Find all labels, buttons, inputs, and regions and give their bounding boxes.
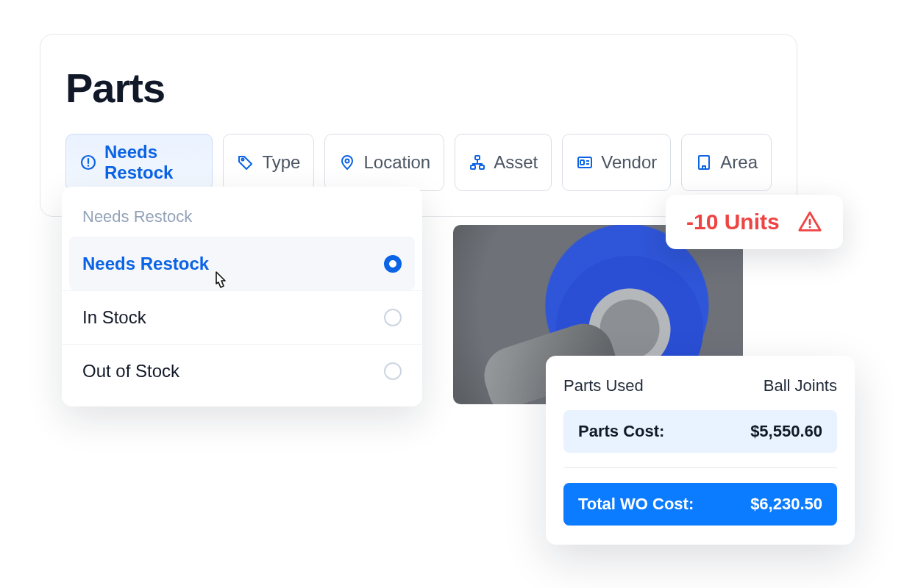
parts-cost-label: Parts Cost: — [578, 422, 664, 441]
total-wo-cost-row: Total WO Cost: $6,230.50 — [563, 483, 837, 526]
dropdown-option-label: Out of Stock — [82, 361, 179, 381]
alert-circle-icon — [79, 154, 97, 171]
dropdown-option-label: In Stock — [82, 307, 146, 328]
filter-location[interactable]: Location — [324, 134, 444, 191]
cost-header-right: Ball Joints — [764, 376, 837, 395]
cost-summary-card: Parts Used Ball Joints Parts Cost: $5,55… — [546, 356, 855, 545]
svg-point-3 — [242, 159, 244, 161]
cost-header-left: Parts Used — [563, 376, 644, 395]
filter-needs-restock[interactable]: Needs Restock — [65, 134, 213, 191]
svg-point-4 — [346, 159, 349, 163]
filter-label: Type — [262, 152, 300, 173]
svg-point-21 — [808, 226, 811, 229]
filter-label: Location — [363, 152, 430, 173]
total-wo-cost-label: Total WO Cost: — [578, 495, 694, 514]
filter-type[interactable]: Type — [223, 134, 314, 191]
page-title: Parts — [65, 64, 772, 112]
filter-label: Area — [720, 152, 758, 173]
radio-unselected-icon — [384, 309, 402, 326]
svg-rect-9 — [580, 160, 584, 165]
filter-asset[interactable]: Asset — [455, 134, 552, 191]
filter-row: Needs Restock Type Location Asset Vendor — [65, 134, 772, 191]
building-icon — [695, 154, 713, 171]
dropdown-option-out-of-stock[interactable]: Out of Stock — [62, 344, 422, 398]
cost-card-header: Parts Used Ball Joints — [563, 376, 837, 395]
filter-label: Asset — [494, 152, 538, 173]
radio-selected-icon — [384, 255, 402, 273]
dropdown-option-needs-restock[interactable]: Needs Restock — [69, 237, 415, 290]
id-card-icon — [576, 154, 594, 171]
dropdown-option-in-stock[interactable]: In Stock — [62, 290, 422, 344]
svg-rect-6 — [471, 165, 475, 169]
svg-rect-7 — [480, 165, 484, 169]
cost-divider — [563, 467, 837, 468]
svg-point-2 — [88, 165, 89, 166]
dropdown-title: Needs Restock — [62, 207, 422, 237]
filter-area[interactable]: Area — [681, 134, 772, 191]
stock-alert-badge: -10 Units — [666, 195, 843, 249]
parts-cost-value: $5,550.60 — [750, 422, 822, 441]
svg-rect-19 — [702, 166, 705, 169]
filter-label: Vendor — [601, 152, 657, 173]
dropdown-option-label: Needs Restock — [82, 254, 209, 274]
filter-label: Needs Restock — [104, 142, 199, 183]
parts-cost-row: Parts Cost: $5,550.60 — [563, 410, 837, 453]
warning-triangle-icon — [797, 209, 822, 234]
map-pin-icon — [338, 154, 356, 171]
needs-restock-dropdown: Needs Restock Needs Restock In Stock Out… — [62, 187, 422, 406]
tag-icon — [237, 154, 255, 171]
svg-rect-5 — [475, 156, 480, 159]
sitemap-icon — [469, 154, 486, 171]
svg-rect-12 — [699, 156, 709, 169]
radio-unselected-icon — [384, 362, 402, 380]
stock-alert-text: -10 Units — [686, 209, 780, 234]
filter-vendor[interactable]: Vendor — [562, 134, 671, 191]
total-wo-cost-value: $6,230.50 — [750, 495, 822, 514]
